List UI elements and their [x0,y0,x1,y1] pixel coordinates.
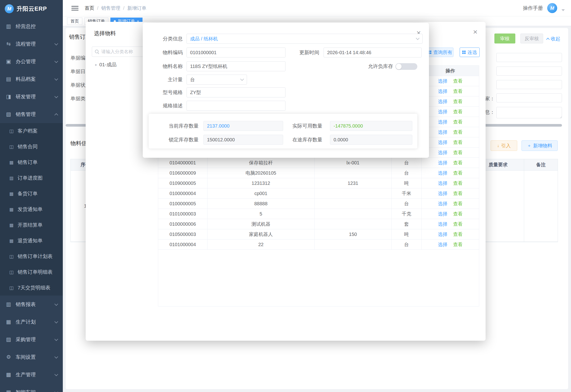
view-material-link[interactable]: 查看 [453,129,463,135]
close-icon[interactable]: × [473,28,478,36]
select-material-link[interactable]: 选择 [438,221,448,227]
select-material-link[interactable]: 选择 [438,140,448,145]
select-material-link[interactable]: 选择 [438,242,448,247]
select-material-link[interactable]: 选择 [438,150,448,155]
view-material-link[interactable]: 查看 [453,140,463,145]
select-material-link[interactable]: 选择 [438,119,448,125]
sidebar-item-customer-archive[interactable]: ◫ 客户档案 [0,123,63,139]
sidebar-item-business-overview[interactable]: ▥ 经营总控 [0,18,63,35]
view-material-link[interactable]: 查看 [453,170,463,176]
order-field-input[interactable] [496,53,562,62]
material-code-cell: 0105000003 [158,229,208,239]
sidebar-item-return-notice[interactable]: ▦ 退货通知单 [0,233,63,249]
sidebar-item-workshop-settings[interactable]: ⚙ 车间设置 [0,348,63,366]
unit-select[interactable]: 台 [187,75,247,84]
sidebar-item-office-mgmt[interactable]: ▣ 办公管理 [0,53,63,70]
view-material-link[interactable]: 查看 [453,181,463,186]
sidebar-item-smart-workshop[interactable]: ▦ 智能车间 [0,383,63,392]
view-material-link[interactable]: 查看 [453,232,463,237]
select-material-link[interactable]: 选择 [438,129,448,135]
category-select[interactable]: 成品 / 纸杯机 [187,34,422,44]
model-input[interactable]: ZY型 [187,87,286,98]
view-material-link[interactable]: 查看 [453,201,463,206]
tab-0[interactable]: 首页 [67,18,82,25]
sidebar-item-production-plan[interactable]: ▦ 生产计划 [0,313,63,331]
material-table-row: 0101000004 22 台 选择 查看 [158,239,479,250]
sidebar-item-sales-contract[interactable]: ◫ 销售合同 [0,139,63,154]
sidebar-item-label: 客户档案 [18,127,38,134]
select-material-link[interactable]: 选择 [438,89,448,94]
spec-input[interactable] [187,101,286,111]
breadcrumb-item[interactable]: 销售管理 [101,5,120,11]
material-table-row: 0100000006 测试机器 套 选择 查看 [158,219,479,229]
sidebar-item-label: 流程管理 [16,41,36,47]
sidebar-item-order-progress[interactable]: ▥ 订单进度图 [0,170,63,186]
view-material-link[interactable]: 查看 [453,160,463,165]
order-field-input[interactable] [496,67,562,76]
select-material-link[interactable]: 选择 [438,160,448,165]
sidebar-item-delivery-notice[interactable]: ▦ 发货通知单 [0,201,63,217]
view-material-link[interactable]: 查看 [453,89,463,94]
screen: M 升阳云ERP ▥ 经营总控 ⇆ 流程管理 ▣ 办公管理 ▤ 料品档案 ◨ 研… [0,0,571,392]
select-material-link[interactable]: 选择 [438,181,448,186]
menu-collapse-icon[interactable] [71,6,78,11]
view-material-link[interactable]: 查看 [453,211,463,216]
sidebar-item-sales-order-plan[interactable]: ◫ 销售订单计划表 [0,249,63,264]
select-material-link[interactable]: 选择 [438,211,448,216]
audit-button[interactable]: 审核 [494,33,515,43]
sidebar-item-process-mgmt[interactable]: ⇆ 流程管理 [0,35,63,53]
menu-icon: ▦ [9,207,14,212]
select-material-link[interactable]: 选择 [438,201,448,206]
category-tree-node[interactable]: ▸ 01-成品 [95,61,117,68]
name-input[interactable]: 118S ZY型纸杯机 [187,61,286,71]
query-all-button[interactable]: 查询所有 [427,47,453,57]
chevron-down-icon[interactable] [561,9,565,11]
sidebar-item-material-archive[interactable]: ▤ 料品档案 [0,70,63,88]
remark-textarea[interactable] [496,107,562,118]
category-search-input[interactable] [101,49,137,55]
collapse-link[interactable]: 收起 [547,36,560,42]
view-material-link[interactable]: 查看 [453,242,463,247]
manual-link[interactable]: 操作手册 [523,5,543,11]
view-material-link[interactable]: 查看 [453,99,463,104]
select-material-link[interactable]: 选择 [438,170,448,176]
select-material-link[interactable]: 选择 [438,99,448,104]
view-material-link[interactable]: 查看 [453,78,463,84]
sidebar-item-sales-order-detail[interactable]: ◫ 销售订单明细表 [0,264,63,280]
sidebar-item-seven-day-delivery[interactable]: ◫ 7天交货明细表 [0,280,63,295]
menu-icon: ▥ [5,301,12,308]
sidebar-item-sales-report[interactable]: ▥ 销售报表 [0,295,63,313]
multi-select-button[interactable]: 连选 [460,47,480,57]
import-button[interactable]: ↓引入 [491,140,517,151]
updated-input[interactable]: 2026-01-14 14:48:46 [324,47,421,57]
menu-icon: ◫ [9,254,14,259]
view-material-link[interactable]: 查看 [453,119,463,125]
chevron-icon [55,302,58,306]
sidebar-item-production-mgmt[interactable]: ▩ 生产管理 [0,366,63,383]
sidebar-item-stock-order[interactable]: ▦ 备货订单 [0,186,63,201]
code-input[interactable]: 0101000001 [187,47,286,57]
breadcrumb-item[interactable]: 首页 [85,5,94,11]
add-material-button[interactable]: ＋新增物料 [522,140,558,151]
unaudit-button[interactable]: 反审核 [520,33,543,43]
view-material-link[interactable]: 查看 [453,191,463,196]
select-material-link[interactable]: 选择 [438,109,448,114]
select-material-link[interactable]: 选择 [438,232,448,237]
vendor-input[interactable] [496,93,562,102]
sidebar-item-rd-mgmt[interactable]: ◨ 研发管理 [0,88,63,105]
neg-stock-toggle[interactable] [395,63,417,70]
select-material-link[interactable]: 选择 [438,191,448,196]
order-field-input[interactable] [496,80,562,89]
material-table-row: 0101000003 5 千克 选择 查看 [158,209,479,219]
sidebar-item-sales-mgmt[interactable]: ▧ 销售管理 [0,105,63,123]
view-material-link[interactable]: 查看 [453,109,463,114]
caret-right-icon[interactable]: ▸ [95,62,97,67]
view-material-link[interactable]: 查看 [453,150,463,155]
sidebar-item-invoice-settlement[interactable]: ▦ 开票结算单 [0,217,63,233]
select-material-link[interactable]: 选择 [438,78,448,84]
sidebar-item-purchase-mgmt[interactable]: ▨ 采购管理 [0,331,63,348]
sidebar-item-sales-order[interactable]: ▦ 销售订单 [0,154,63,170]
menu-icon: ◨ [5,94,12,100]
avatar[interactable]: M [547,3,557,13]
view-material-link[interactable]: 查看 [453,221,463,227]
